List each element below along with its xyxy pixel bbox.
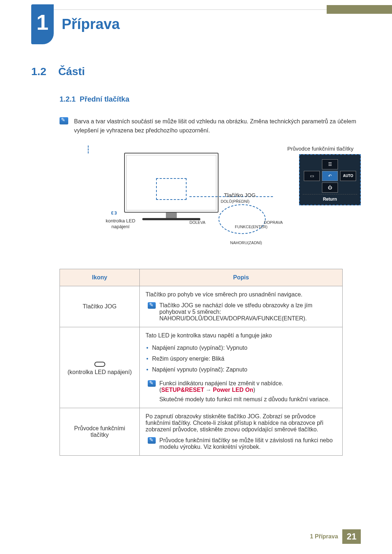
function-key-guide-panel: ☰ ▭ ↶ AUTO ⏻ Return <box>299 154 361 205</box>
power-led-callout <box>111 212 117 214</box>
menu-path-right: Power LED On <box>213 387 253 393</box>
jog-direction-left: DOLEVA <box>189 220 205 225</box>
led-icon <box>94 362 105 367</box>
power-led-label: kontrolka LED napájení <box>99 218 142 230</box>
diagram-dash-vertical <box>88 145 89 153</box>
desc-cell-guide: Po zapnutí obrazovky stiskněte tlačítko … <box>140 408 343 455</box>
onscreen-guide-callout <box>156 178 187 200</box>
list-item: Napájení vypnuto (vypínač): Zapnuto <box>152 364 336 375</box>
inner-note-text: Průvodce funkčními tlačítky se může liši… <box>159 437 336 450</box>
guide-label: Průvodce funkčními tlačítky <box>287 145 354 152</box>
inner-note-text: Funkci indikátoru napájení lze změnit v … <box>159 380 330 403</box>
footer-page-number: 21 <box>342 529 361 544</box>
content-area: 1.2 Části 1.2.1 Přední tlačítka Barva a … <box>31 65 361 456</box>
section-number: 1.2 <box>31 65 57 78</box>
subsection-title: 1.2.1 Přední tlačítka <box>60 95 129 103</box>
desc-main: Po zapnutí obrazovky stiskněte tlačítko … <box>146 413 336 433</box>
table-header-desc: Popis <box>140 269 343 286</box>
jog-button-label: Tlačítko JOG <box>224 192 256 198</box>
led-label-line1: kontrolka LED <box>106 218 135 223</box>
guide-return-label: Return <box>303 194 357 202</box>
led-icon-label: (kontrolka LED napájení) <box>68 369 132 375</box>
section-heading: 1.2 Části <box>31 65 361 78</box>
guide-back-icon: ↶ <box>322 171 338 181</box>
jog-direction-enter: FUNKCE(ENTER) <box>235 225 268 229</box>
list-item: Režim úspory energie: Bliká <box>152 353 336 364</box>
icon-cell-led: (kontrolka LED napájení) <box>60 327 140 408</box>
chapter-title: Příprava <box>62 16 120 32</box>
note-icon <box>148 437 156 444</box>
page-footer: 1 Příprava 21 <box>310 529 361 544</box>
table-header-icons: Ikony <box>60 269 140 286</box>
inner-note-text: Tlačítko JOG se nachází dole ve středu o… <box>159 302 336 322</box>
table-row: Tlačítko JOG Tlačítko pro pohyb ve více … <box>60 286 343 327</box>
icon-cell-jog: Tlačítko JOG <box>60 286 140 327</box>
led-label-line2: napájení <box>111 224 130 229</box>
desc-main: Tato LED je kontrolka stavu napětí a fun… <box>146 332 336 339</box>
subsection-title-text: Přední tlačítka <box>80 95 130 103</box>
desc-cell-jog: Tlačítko pro pohyb ve více směrech pro u… <box>140 286 343 327</box>
note-icon <box>60 117 68 124</box>
footer-chapter-label: 1 Příprava <box>310 533 342 540</box>
table-row: (kontrolka LED napájení) Tato LED je kon… <box>60 327 343 408</box>
inner-note: Průvodce funkčními tlačítky se může liši… <box>148 437 336 450</box>
subsection-heading: 1.2.1 Přední tlačítka Barva a tvar vlast… <box>60 95 361 258</box>
note-text: Barva a tvar vlastních součástí se může … <box>74 117 361 135</box>
monitor-diagram: Průvodce funkčními tlačítky kontrolka LE… <box>88 145 361 258</box>
note-icon <box>148 302 156 309</box>
description-table: Ikony Popis Tlačítko JOG Tlačítko pro po… <box>60 269 343 456</box>
desc-main: Tlačítko pro pohyb ve více směrech pro u… <box>146 291 336 298</box>
chapter-number-tab: 1 <box>31 4 54 44</box>
note-line: Skutečné modely tuto funkci mít nemusí z… <box>159 396 330 403</box>
table-row: Průvodce funkčními tlačítky Po zapnutí o… <box>60 408 343 455</box>
note-block: Barva a tvar vlastních součástí se může … <box>60 117 361 135</box>
subsection-number: 1.2.1 <box>60 95 75 103</box>
note-icon <box>148 380 156 387</box>
jog-direction-up-back: NAHORU(ZADNÍ) <box>230 241 262 245</box>
arrow-icon: → <box>204 387 213 393</box>
inner-note: Tlačítko JOG se nachází dole ve středu o… <box>148 302 336 322</box>
menu-path-line: (SETUP&RESET→Power LED On) <box>159 387 330 393</box>
jog-direction-down-front: DOLŮ(PŘEDNÍ) <box>221 199 249 204</box>
header-accent-bar <box>327 5 392 14</box>
section-title: Části <box>58 65 85 78</box>
jog-button-callout <box>219 204 266 234</box>
header-separator <box>31 9 327 10</box>
icon-cell-guide: Průvodce funkčními tlačítky <box>60 408 140 455</box>
guide-menu-icon: ☰ <box>322 159 338 169</box>
note-line: Funkci indikátoru napájení lze změnit v … <box>159 380 330 387</box>
guide-auto-icon: AUTO <box>340 171 356 181</box>
guide-power-icon: ⏻ <box>322 182 338 193</box>
jog-direction-right: DOPRAVA <box>264 220 283 225</box>
menu-path-left: SETUP&RESET <box>161 387 204 393</box>
desc-cell-led: Tato LED je kontrolka stavu napětí a fun… <box>140 327 343 408</box>
guide-source-icon: ▭ <box>304 171 320 181</box>
led-states-list: Napájení zapnuto (vypínač): Vypnuto Reži… <box>146 342 336 375</box>
list-item: Napájení zapnuto (vypínač): Vypnuto <box>152 342 336 353</box>
inner-note: Funkci indikátoru napájení lze změnit v … <box>148 380 336 403</box>
